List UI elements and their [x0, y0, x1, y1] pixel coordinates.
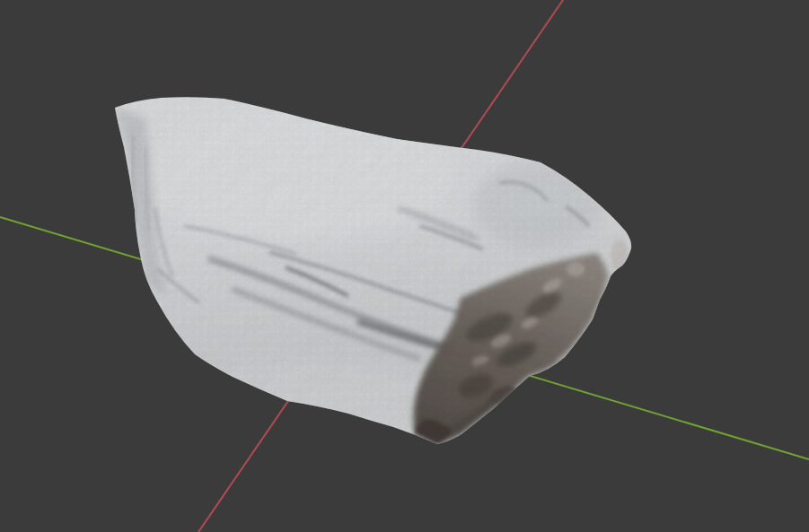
scene-svg	[0, 0, 809, 532]
3d-viewport[interactable]	[0, 0, 809, 532]
